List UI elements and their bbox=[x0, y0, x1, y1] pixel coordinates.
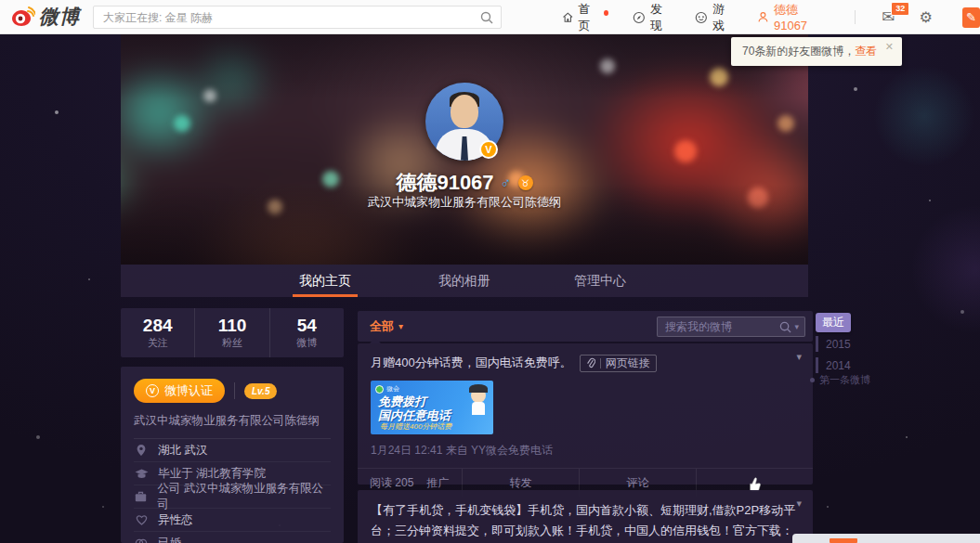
nav-home-label: 首页 bbox=[579, 1, 599, 34]
nav-discover[interactable]: 发现 bbox=[633, 1, 671, 34]
messages-button[interactable]: ✉ 32 bbox=[882, 7, 895, 27]
reads-count: 阅读 205 bbox=[370, 475, 413, 491]
paperclip-icon bbox=[586, 357, 595, 368]
nav-username-label: 德德91067 bbox=[774, 2, 823, 32]
compass-icon bbox=[633, 10, 646, 25]
post-text: 月赠400分钟话费，国内电话免费呼。 bbox=[371, 354, 572, 372]
bottom-floating-panel[interactable] bbox=[792, 534, 980, 543]
info-row-marital: 已婚 bbox=[134, 532, 331, 543]
profile-name-row: 德德91067 ♂ ♉ bbox=[121, 169, 808, 197]
game-icon bbox=[695, 10, 708, 25]
weibo-logo[interactable]: 微博 bbox=[9, 4, 80, 30]
post-text-row: 月赠400分钟话费，国内电话免费呼。 网页链接 bbox=[371, 354, 800, 372]
timeline-first-post[interactable]: 第一条微博 bbox=[810, 373, 870, 387]
ad-cartoon-figure bbox=[471, 388, 486, 403]
toast-message: 70条新的好友圈微博， bbox=[742, 44, 855, 59]
timeline-year-2015[interactable]: 2015 bbox=[816, 336, 851, 352]
timeline-year-2014[interactable]: 2014 bbox=[816, 357, 851, 373]
global-search-box[interactable] bbox=[93, 6, 502, 29]
stats-card: 284 关注 110 粉丝 54 微博 bbox=[121, 308, 344, 357]
stat-posts[interactable]: 54 微博 bbox=[269, 308, 344, 357]
profile-bio: 武汉中城家物业服务有限公司陈德纲 bbox=[121, 194, 808, 211]
tab-management-center[interactable]: 管理中心 bbox=[544, 265, 656, 297]
v-icon: V bbox=[146, 384, 159, 397]
feed-filter-bar: 全部 ▾ ▾ bbox=[358, 311, 813, 342]
feed-search-box[interactable]: ▾ bbox=[657, 317, 805, 337]
nav-home[interactable]: 首页 bbox=[562, 1, 608, 34]
floating-panel-button[interactable] bbox=[830, 538, 857, 543]
ad-brand-icon bbox=[375, 385, 384, 394]
feed-post: ▾ 【有了手机贷，手机变钱袋】手机贷，国内首款小额、短期理财,借款P2P移动平台… bbox=[358, 490, 813, 543]
toast-view-link[interactable]: 查看 bbox=[855, 44, 877, 59]
timeline-recent-button[interactable]: 最近 bbox=[816, 313, 851, 332]
search-icon[interactable] bbox=[480, 11, 493, 24]
stat-followers[interactable]: 110 粉丝 bbox=[194, 308, 268, 357]
rings-icon bbox=[134, 538, 149, 543]
verified-pill-button[interactable]: V 微博认证 bbox=[134, 379, 225, 403]
bokeh-glow bbox=[910, 204, 980, 334]
feed-post: ▾ 月赠400分钟话费，国内电话免费呼。 网页链接 微会 免费拨打 国内任意电话… bbox=[358, 343, 813, 485]
bokeh-glow bbox=[873, 65, 975, 167]
top-navigation-bar: 微博 首页 发现 游戏 德德91067 bbox=[0, 0, 980, 34]
heart-icon bbox=[134, 514, 149, 525]
notification-dot bbox=[604, 10, 608, 16]
nav-divider bbox=[855, 10, 856, 24]
timeline-bar bbox=[816, 357, 818, 373]
timeline-dot bbox=[810, 378, 815, 382]
filter-pointer-notch bbox=[370, 338, 381, 343]
info-row-location: 湖北 武汉 bbox=[134, 439, 331, 462]
profile-name: 德德91067 bbox=[396, 169, 493, 197]
nav-games-label: 游戏 bbox=[712, 1, 733, 34]
logo-text: 微博 bbox=[39, 4, 80, 30]
user-icon bbox=[757, 10, 769, 24]
profile-info-card: V 微博认证 Lv.5 武汉中城家物业服务有限公司陈德纲 湖北 武汉 毕业于 湖… bbox=[121, 367, 344, 543]
weibo-eye-icon bbox=[9, 6, 35, 28]
badge-row: V 微博认证 Lv.5 bbox=[134, 379, 331, 403]
post-text: 【有了手机贷，手机变钱袋】手机贷，国内首款小额、短期理财,借款P2P移动平台；三… bbox=[371, 500, 800, 543]
briefcase-icon bbox=[134, 491, 149, 502]
post-ad-thumbnail[interactable]: 微会 免费拨打 国内任意电话 每月赠送400分钟话费 bbox=[371, 381, 493, 434]
nav-current-user[interactable]: 德德91067 bbox=[757, 2, 823, 32]
profile-tabbar: 我的主页 我的相册 管理中心 bbox=[121, 265, 808, 297]
stat-following[interactable]: 284 关注 bbox=[121, 308, 194, 357]
graduation-cap-icon bbox=[134, 468, 149, 479]
post-meta: 1月24日 12:41 来自 YY微会免费电话 bbox=[371, 443, 800, 459]
timeline-bar bbox=[816, 336, 818, 352]
web-link-chip[interactable]: 网页链接 bbox=[580, 355, 657, 372]
verified-badge-icon[interactable]: V bbox=[479, 140, 498, 159]
home-icon bbox=[562, 10, 574, 24]
location-pin-icon bbox=[134, 444, 149, 457]
message-count-badge: 32 bbox=[891, 2, 909, 16]
nav-discover-label: 发现 bbox=[650, 1, 671, 34]
top-nav-links: 首页 发现 游戏 德德91067 ✉ 32 ⚙ ✎ bbox=[562, 0, 980, 34]
caret-down-icon[interactable]: ▾ bbox=[794, 322, 799, 331]
filter-all-dropdown[interactable]: 全部 ▾ bbox=[370, 318, 403, 335]
close-icon[interactable]: ✕ bbox=[885, 41, 894, 53]
tab-my-albums[interactable]: 我的相册 bbox=[409, 265, 520, 297]
chevron-down-icon[interactable]: ▾ bbox=[796, 498, 802, 510]
zodiac-taurus-icon: ♉ bbox=[518, 175, 533, 190]
compose-button[interactable]: ✎ bbox=[962, 7, 980, 28]
search-icon[interactable] bbox=[779, 321, 791, 333]
feed-search-input[interactable] bbox=[658, 320, 779, 333]
ad-brand: 微会 bbox=[375, 384, 399, 394]
level-badge[interactable]: Lv.5 bbox=[244, 383, 277, 399]
compose-icon: ✎ bbox=[966, 10, 976, 24]
hand-cursor-icon bbox=[748, 476, 762, 492]
profile-cover: V 德德91067 ♂ ♉ 武汉中城家物业服务有限公司陈德纲 bbox=[121, 34, 808, 265]
weibo-profile-page: 微博 首页 发现 游戏 德德91067 bbox=[0, 0, 980, 543]
nav-games[interactable]: 游戏 bbox=[695, 1, 733, 34]
chevron-down-icon: ▾ bbox=[399, 321, 403, 331]
male-gender-icon: ♂ bbox=[501, 175, 512, 191]
post-source[interactable]: 来自 YY微会免费电话 bbox=[446, 444, 553, 457]
friends-feed-toast: 70条新的好友圈微博， 查看 ✕ bbox=[731, 37, 902, 66]
gear-icon[interactable]: ⚙ bbox=[920, 8, 933, 26]
global-search-input[interactable] bbox=[94, 11, 480, 24]
info-row-company: 公司 武汉中城家物业服务有限公司 bbox=[134, 485, 331, 509]
badge-divider bbox=[234, 382, 235, 399]
tab-my-home[interactable]: 我的主页 bbox=[269, 265, 381, 297]
about-text: 武汉中城家物业服务有限公司陈德纲 bbox=[134, 413, 331, 429]
post-timestamp[interactable]: 1月24日 12:41 bbox=[371, 444, 442, 457]
promote-button[interactable]: 推广 bbox=[426, 475, 449, 491]
chevron-down-icon[interactable]: ▾ bbox=[796, 351, 802, 363]
